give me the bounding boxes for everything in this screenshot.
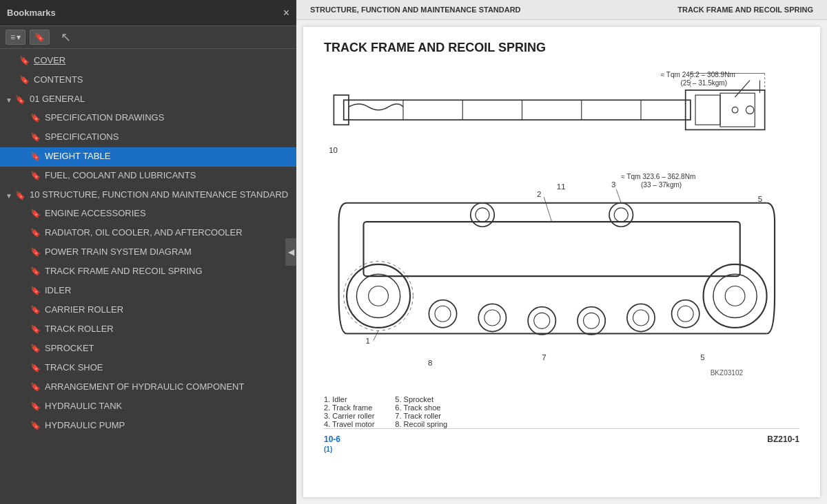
svg-text:5: 5: [700, 354, 704, 362]
svg-point-43: [476, 208, 489, 222]
legend-item-2: 2. Track frame: [324, 403, 374, 412]
bookmark-flag-icon: 🔖: [30, 266, 41, 276]
bookmark-label: ARRANGEMENT OF HYDRAULIC COMPONENT: [45, 381, 291, 393]
svg-text:7: 7: [542, 354, 546, 362]
svg-point-45: [614, 208, 628, 222]
doc-footer: 10-6(1) BZ210-1: [324, 428, 799, 454]
svg-line-49: [374, 331, 378, 341]
svg-text:8: 8: [428, 359, 432, 367]
chevron-left-icon: ◀: [288, 247, 294, 257]
bookmark-label: TRACK FRAME AND RECOIL SPRING: [45, 266, 291, 277]
svg-point-44: [609, 203, 633, 227]
bookmark-spec-drawings[interactable]: 🔖 SPECIFICATION DRAWINGS: [0, 109, 296, 128]
doc-body[interactable]: TRACK FRAME AND RECOIL SPRING ≈ Tqm 245.…: [303, 27, 820, 497]
sidebar: Bookmarks × ≡ ▾ 🔖 ↖ 🔖 COVER 🔖 CONTENTS ▼…: [0, 0, 296, 504]
doc-header-left: STRUCTURE, FUNCTION AND MAINTENANCE STAN…: [310, 6, 521, 14]
main-content: STRUCTURE, FUNCTION AND MAINTENANCE STAN…: [296, 0, 827, 504]
svg-line-51: [544, 198, 552, 222]
bookmark-label: SPECIFICATION DRAWINGS: [45, 112, 291, 124]
bookmark-flag-icon: 🔖: [30, 382, 41, 392]
bookmark-flag-icon: 🔖: [19, 75, 30, 85]
svg-point-28: [713, 275, 757, 318]
doc-header-right: TRACK FRAME AND RECOIL SPRING: [677, 6, 813, 14]
bookmark-flag-icon: 🔖: [30, 363, 41, 372]
bookmark-flag-icon: 🔖: [30, 421, 41, 430]
svg-rect-2: [344, 100, 691, 120]
bookmark-label: IDLER: [45, 285, 291, 297]
svg-point-19: [732, 107, 738, 113]
svg-point-25: [369, 286, 389, 306]
svg-point-41: [677, 306, 693, 322]
bookmark-flag-icon: 🔖: [30, 324, 41, 334]
svg-text:2: 2: [537, 191, 541, 199]
svg-point-40: [672, 300, 700, 328]
dropdown-arrow: ▾: [17, 32, 21, 42]
bookmark-contents[interactable]: 🔖 CONTENTS: [0, 71, 296, 90]
doc-header: STRUCTURE, FUNCTION AND MAINTENANCE STAN…: [296, 0, 827, 20]
svg-point-32: [478, 304, 506, 332]
svg-point-36: [578, 307, 605, 335]
svg-text:1: 1: [365, 337, 369, 345]
bookmark-track-frame[interactable]: 🔖 TRACK FRAME AND RECOIL SPRING: [0, 262, 296, 282]
bookmark-flag-icon: 🔖: [30, 132, 41, 142]
bookmark-flag-icon: 🔖: [15, 191, 25, 200]
diagram-2: ≈ Tqm 323.6 – 362.8Nm (33 – 37kgm): [324, 167, 799, 388]
bookmark-carrier-roller[interactable]: 🔖 CARRIER ROLLER: [0, 301, 296, 320]
bookmark-label: TRACK ROLLER: [45, 324, 291, 335]
svg-text:10: 10: [329, 146, 338, 154]
bookmark-label: ENGINE ACCESSORIES: [45, 208, 291, 220]
bookmark-weight-table[interactable]: 🔖 WEIGHT TABLE: [0, 147, 296, 167]
expand-arrow-icon: ▼: [6, 96, 12, 104]
bookmark-idler[interactable]: 🔖 IDLER: [0, 282, 296, 301]
bookmark-button[interactable]: 🔖: [30, 30, 50, 45]
page-number: 10-6(1): [324, 434, 340, 454]
bookmark-icon: 🔖: [34, 32, 45, 42]
bookmark-label: FUEL, COOLANT AND LUBRICANTS: [45, 170, 291, 182]
svg-rect-9: [686, 90, 765, 130]
bookmark-cover[interactable]: 🔖 COVER: [0, 52, 296, 71]
svg-text:(25 – 31.5kgm): (25 – 31.5kgm): [681, 79, 728, 87]
svg-rect-11: [720, 93, 755, 127]
bookmark-hydraulic-pump[interactable]: 🔖 HYDRAULIC PUMP: [0, 417, 296, 436]
bookmark-engine-acc[interactable]: 🔖 ENGINE ACCESSORIES: [0, 204, 296, 224]
bookmark-label: 10 STRUCTURE, FUNCTION AND MAINTENANCE S…: [30, 189, 291, 201]
legend-item-7: 7. Track roller: [395, 412, 447, 420]
bookmark-fuel-coolant[interactable]: 🔖 FUEL, COOLANT AND LUBRICANTS: [0, 167, 296, 186]
legend-col-left: 1. Idler 2. Track frame 3. Carrier rolle…: [324, 395, 374, 428]
layout-button[interactable]: ≡ ▾: [6, 30, 25, 45]
svg-point-29: [725, 286, 745, 306]
bookmarks-list: 🔖 COVER 🔖 CONTENTS ▼ 🔖 01 GENERAL 🔖 SPEC…: [0, 49, 296, 504]
bookmark-label: RADIATOR, OIL COOLER, AND AFTERCOOLER: [45, 227, 291, 239]
bookmark-label: CONTENTS: [34, 74, 291, 86]
svg-point-30: [429, 300, 456, 328]
bookmark-label: COVER: [34, 55, 291, 67]
svg-text:3: 3: [611, 180, 615, 189]
group-10-structure[interactable]: ▼ 🔖 10 STRUCTURE, FUNCTION AND MAINTENAN…: [0, 186, 296, 204]
svg-rect-22: [364, 222, 740, 276]
bookmark-label: POWER TRAIN SYSTEM DIAGRAM: [45, 246, 291, 258]
legend-item-6: 6. Track shoe: [395, 403, 447, 412]
bookmark-track-shoe[interactable]: 🔖 TRACK SHOE: [0, 359, 296, 378]
bookmark-radiator[interactable]: 🔖 RADIATOR, OIL COOLER, AND AFTERCOOLER: [0, 224, 296, 243]
svg-point-31: [435, 306, 451, 322]
diagram-1: ≈ Tqm 245.2 – 308.9Nm (25 – 31.5kgm): [324, 65, 799, 157]
bookmark-flag-icon: 🔖: [30, 247, 41, 257]
bookmark-label: SPROCKET: [45, 343, 291, 355]
close-button[interactable]: ×: [283, 8, 289, 19]
svg-point-33: [484, 310, 500, 326]
bookmark-label: 01 GENERAL: [30, 94, 291, 105]
bookmark-hydraulic-component[interactable]: 🔖 ARRANGEMENT OF HYDRAULIC COMPONENT: [0, 378, 296, 397]
bookmark-hydraulic-tank[interactable]: 🔖 HYDRAULIC TANK: [0, 397, 296, 417]
group-01-general[interactable]: ▼ 🔖 01 GENERAL: [0, 90, 296, 109]
legend-item-3: 3. Carrier roller: [324, 412, 374, 420]
collapse-panel-button[interactable]: ◀: [285, 238, 296, 266]
bookmark-track-roller[interactable]: 🔖 TRACK ROLLER: [0, 320, 296, 339]
bookmark-power-train[interactable]: 🔖 POWER TRAIN SYSTEM DIAGRAM: [0, 243, 296, 262]
bookmark-specifications[interactable]: 🔖 SPECIFICATIONS: [0, 128, 296, 147]
bookmark-flag-icon: 🔖: [30, 151, 41, 161]
cursor-icon: ↖: [61, 30, 71, 45]
svg-point-34: [528, 307, 555, 335]
svg-point-26: [344, 262, 414, 331]
bookmark-label: TRACK SHOE: [45, 362, 291, 374]
bookmark-sprocket[interactable]: 🔖 SPROCKET: [0, 339, 296, 359]
